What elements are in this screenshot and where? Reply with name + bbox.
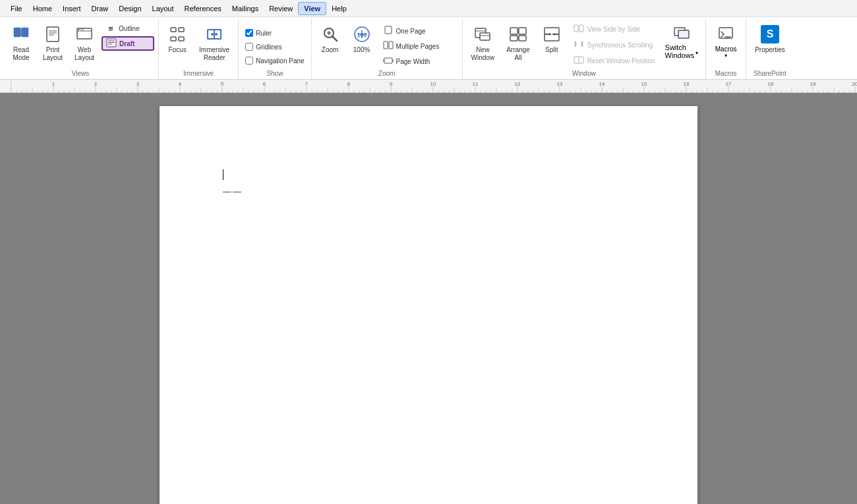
one-page-label: One Page xyxy=(396,28,426,35)
macros-group-label: Macros xyxy=(710,69,742,79)
properties-label: Properties xyxy=(755,46,785,54)
macros-dropdown-arrow: ▾ xyxy=(724,53,727,59)
print-layout-button[interactable]: PrintLayout xyxy=(38,21,67,65)
macros-icon xyxy=(717,24,735,45)
svg-rect-1 xyxy=(22,28,28,37)
svg-text:10: 10 xyxy=(430,81,436,87)
menu-file[interactable]: File xyxy=(5,3,28,14)
svg-rect-54 xyxy=(574,25,578,32)
menu-draw[interactable]: Draw xyxy=(86,3,114,14)
menu-references[interactable]: References xyxy=(179,3,227,14)
split-button[interactable]: Split xyxy=(537,21,566,57)
document-area: —— xyxy=(0,93,857,504)
menu-help[interactable]: Help xyxy=(326,3,352,14)
page-width-icon xyxy=(383,56,394,67)
sharepoint-group-label: SharePoint xyxy=(750,69,790,79)
multiple-pages-label: Multiple Pages xyxy=(396,43,440,50)
ruler-checkbox[interactable] xyxy=(245,29,253,37)
synchronous-scrolling-icon xyxy=(573,40,585,50)
immersive-reader-button[interactable]: ImmersiveReader xyxy=(194,21,234,65)
ribbon-group-zoom: Zoom 100 100% xyxy=(312,18,463,79)
menu-insert[interactable]: Insert xyxy=(57,3,86,14)
svg-text:3: 3 xyxy=(136,81,140,87)
ruler: // ticks will be drawn via JS below 1234… xyxy=(0,80,857,93)
svg-text:16: 16 xyxy=(684,81,690,87)
reset-window-position-button[interactable]: Reset Window Position xyxy=(569,53,659,69)
menu-review[interactable]: Review xyxy=(264,3,298,14)
reset-window-position-icon xyxy=(573,56,585,66)
svg-rect-0 xyxy=(14,28,20,37)
svg-text:8: 8 xyxy=(347,81,351,87)
web-layout-label: WebLayout xyxy=(74,46,94,62)
macros-button[interactable]: Macros ▾ xyxy=(710,21,742,61)
navigation-pane-label: Navigation Pane xyxy=(256,57,304,65)
ruler-checkbox-item[interactable]: Ruler xyxy=(243,26,307,40)
outline-button[interactable]: ≡ Outline xyxy=(102,21,154,36)
svg-rect-47 xyxy=(510,36,517,41)
switch-windows-button[interactable]: SwitchWindows ▾ xyxy=(662,21,702,62)
focus-button[interactable]: Focus xyxy=(163,21,192,57)
ruler-body: // ticks will be drawn via JS below 1234… xyxy=(11,80,857,92)
multiple-pages-button[interactable]: Multiple Pages xyxy=(379,39,458,53)
svg-marker-61 xyxy=(581,45,583,47)
outline-label: Outline xyxy=(119,25,140,32)
synchronous-scrolling-button[interactable]: Synchronous Scrolling xyxy=(569,37,659,53)
ribbon-group-views: ReadMode PrintLayout xyxy=(3,18,159,79)
svg-rect-18 xyxy=(171,37,176,41)
svg-text:12: 12 xyxy=(515,81,521,87)
view-side-by-side-button[interactable]: View Side by Side xyxy=(569,21,659,37)
zoom-100-button[interactable]: 100 100% xyxy=(347,21,376,57)
window-group-label: Window xyxy=(467,69,702,79)
page-width-button[interactable]: Page Width xyxy=(379,54,458,69)
properties-icon: S xyxy=(761,24,779,45)
web-layout-icon xyxy=(75,24,94,45)
multiple-pages-icon xyxy=(383,41,394,51)
read-mode-button[interactable]: ReadMode xyxy=(7,21,36,65)
gridlines-checkbox[interactable] xyxy=(245,43,253,51)
zoom-group-label: Zoom xyxy=(316,69,458,79)
web-layout-button[interactable]: WebLayout xyxy=(70,21,99,65)
svg-text:6: 6 xyxy=(263,81,266,87)
svg-text:2: 2 xyxy=(94,81,98,87)
menu-view[interactable]: View xyxy=(298,2,326,15)
menu-home[interactable]: Home xyxy=(28,3,57,14)
menu-layout[interactable]: Layout xyxy=(147,3,179,14)
svg-rect-33 xyxy=(385,26,392,34)
ribbon-group-show: Ruler Gridlines Navigation Pane Show xyxy=(239,18,311,79)
draft-icon xyxy=(106,38,117,49)
svg-text:17: 17 xyxy=(726,81,732,87)
svg-rect-19 xyxy=(179,37,184,41)
new-window-icon xyxy=(473,24,492,45)
svg-rect-36 xyxy=(384,58,392,63)
navigation-pane-checkbox-item[interactable]: Navigation Pane xyxy=(243,54,307,67)
svg-rect-45 xyxy=(510,28,517,34)
svg-rect-46 xyxy=(519,28,526,34)
zoom-button[interactable]: Zoom xyxy=(316,21,345,57)
menu-design[interactable]: Design xyxy=(113,3,146,14)
svg-text:5: 5 xyxy=(221,81,224,87)
print-layout-label: PrintLayout xyxy=(43,46,63,62)
views-group-label: Views xyxy=(7,69,154,79)
document-page[interactable]: —— xyxy=(160,106,697,504)
arrange-all-button[interactable]: ArrangeAll xyxy=(502,21,535,65)
view-side-by-side-icon xyxy=(573,24,585,34)
print-layout-icon xyxy=(44,24,62,45)
ruler-svg: // ticks will be drawn via JS below 1234… xyxy=(11,80,857,93)
draft-button[interactable]: Draft xyxy=(102,36,154,51)
read-mode-label: ReadMode xyxy=(13,46,29,62)
ribbon: ReadMode PrintLayout xyxy=(0,17,857,80)
new-window-button[interactable]: NewWindow xyxy=(467,21,500,65)
svg-marker-58 xyxy=(574,42,577,43)
one-page-button[interactable]: One Page xyxy=(379,24,458,38)
svg-rect-3 xyxy=(47,27,59,42)
svg-rect-34 xyxy=(384,42,388,49)
svg-text:14: 14 xyxy=(599,81,605,87)
menu-mailings[interactable]: Mailings xyxy=(227,3,264,14)
properties-button[interactable]: S Properties xyxy=(750,21,790,57)
navigation-pane-checkbox[interactable] xyxy=(245,57,253,65)
svg-text:13: 13 xyxy=(557,81,563,87)
svg-text:7: 7 xyxy=(305,81,309,87)
split-icon xyxy=(543,24,561,45)
gridlines-checkbox-item[interactable]: Gridlines xyxy=(243,40,307,53)
ruler-label: Ruler xyxy=(256,30,272,37)
